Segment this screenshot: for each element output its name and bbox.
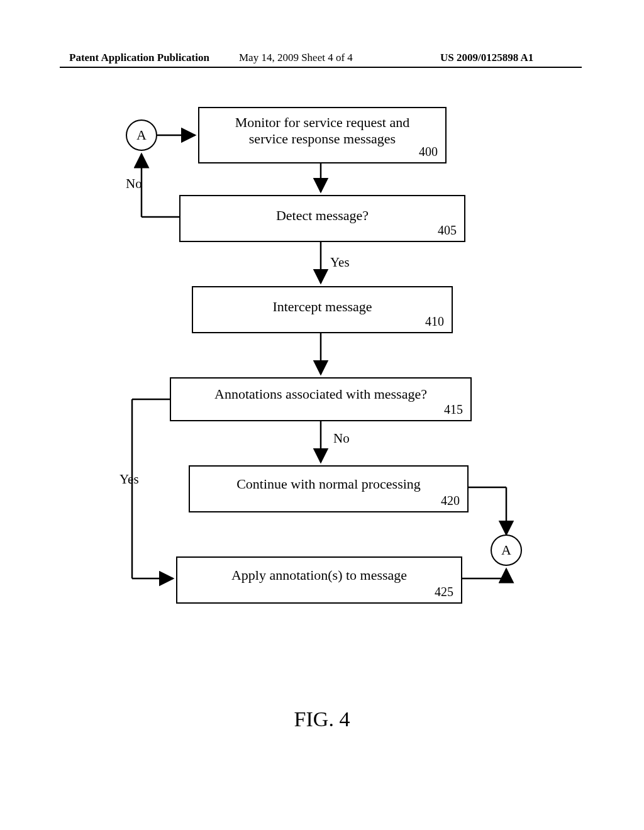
- box-410-text: Intercept message: [193, 299, 452, 315]
- label-no-415: No: [333, 431, 350, 446]
- figure-caption: FIG. 4: [0, 707, 644, 731]
- header-center: May 14, 2009 Sheet 4 of 4: [239, 52, 353, 64]
- box-415: Annotations associated with message? 415: [170, 377, 472, 421]
- box-415-text: Annotations associated with message?: [171, 386, 470, 402]
- box-415-num: 415: [444, 402, 463, 417]
- box-425: Apply annotation(s) to message 425: [176, 556, 462, 604]
- connector-a-right: A: [491, 534, 522, 566]
- box-410: Intercept message 410: [192, 286, 453, 333]
- flowchart: A A Monitor for service request and serv…: [0, 101, 644, 667]
- box-420-text: Continue with normal processing: [190, 476, 467, 492]
- label-no-405: No: [126, 176, 142, 192]
- box-405-text: Detect message?: [180, 208, 464, 224]
- box-420: Continue with normal processing 420: [189, 465, 469, 512]
- box-400-num: 400: [419, 145, 438, 159]
- box-425-num: 425: [435, 585, 453, 599]
- header-right: US 2009/0125898 A1: [440, 52, 533, 64]
- box-400-text: Monitor for service request and service …: [199, 114, 445, 147]
- connector-a-left: A: [126, 119, 157, 151]
- header-rule: [60, 67, 582, 68]
- box-425-text: Apply annotation(s) to message: [177, 567, 461, 584]
- label-yes-415: Yes: [119, 472, 139, 487]
- box-410-num: 410: [425, 314, 444, 329]
- box-420-num: 420: [441, 494, 460, 508]
- box-405: Detect message? 405: [179, 195, 465, 242]
- box-405-num: 405: [438, 223, 457, 238]
- connector-a-label: A: [136, 127, 147, 143]
- header-left: Patent Application Publication: [69, 52, 209, 64]
- connector-a-label: A: [501, 542, 511, 558]
- label-yes-405: Yes: [330, 255, 350, 270]
- box-400: Monitor for service request and service …: [198, 107, 447, 163]
